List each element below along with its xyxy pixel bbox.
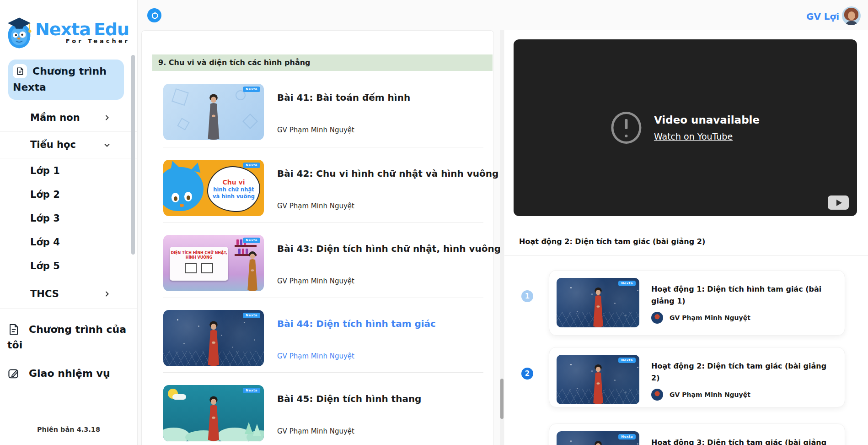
divider [163, 372, 483, 373]
divider [0, 158, 137, 158]
divider [0, 131, 137, 132]
lesson-title: Bài 43: Diện tích hình chữ nhật, hình vu… [277, 243, 501, 254]
sidebar-item-mam-non[interactable]: Mầm non [30, 112, 80, 123]
lesson-list-scrollbar-thumb[interactable] [500, 379, 504, 419]
refresh-icon [150, 11, 159, 20]
document-icon [13, 64, 27, 78]
edit-icon [7, 367, 20, 380]
bubble-line: Chu vi [222, 179, 245, 186]
speech-bubble: Chu vi hình chữ nhật và hình vuông [207, 166, 260, 212]
teacher-figure [588, 286, 609, 327]
badge-number: 1 [525, 292, 530, 300]
nexta-watermark-badge: Nexta [243, 388, 260, 393]
lesson-item-bai-43[interactable]: DIỆN TÍCH HÌNH CHỮ NHẬT, HÌNH VUÔNG [142, 235, 493, 304]
nexta-watermark-badge: Nexta [243, 313, 260, 318]
activity-thumbnail: Nexta [557, 278, 639, 327]
board-text: DIỆN TÍCH HÌNH CHỮ NHẬT, [170, 251, 228, 255]
board-text: HÌNH VUÔNG [170, 255, 228, 260]
stars-decoration [570, 287, 572, 288]
user-avatar[interactable] [842, 6, 861, 25]
bubble-line: và hình vuông [213, 193, 255, 200]
whiteboard: DIỆN TÍCH HÌNH CHỮ NHẬT, HÌNH VUÔNG [170, 247, 228, 281]
activity-title: Hoạt động 3: Diện tích tam giác (bài giả… [651, 437, 837, 445]
sidebar-item-label: THCS [30, 288, 59, 299]
current-activity-caption: Hoạt động 2: Diện tích tam giác (bài giả… [519, 237, 705, 246]
lesson-thumbnail: DIỆN TÍCH HÌNH CHỮ NHẬT, HÌNH VUÔNG [163, 235, 264, 291]
lesson-item-bai-44[interactable]: Nexta Bài 44: Diện tích hình tam giác GV… [142, 310, 493, 379]
sidebar-item-label: Chương trình của tôi [7, 324, 126, 351]
chevron-right-icon [103, 114, 111, 121]
lesson-item-bai-45[interactable]: Nexta Bài 45: Diện tích hình thang GV Ph… [142, 385, 493, 445]
lesson-item-bai-41[interactable]: Nexta Bài 41: Bài toán đếm hình GV Phạm … [142, 84, 493, 152]
app-version: Phiên bản 4.3.18 [0, 426, 137, 433]
teacher-figure [588, 440, 609, 445]
sidebar-item-giao-nhiem-vu[interactable]: Giao nhiệm vụ [0, 366, 131, 381]
teacher-figure [202, 395, 225, 441]
activity-title: Hoạt động 1: Diện tích hình tam giác (bà… [651, 283, 837, 307]
cat-character [163, 167, 204, 211]
nexta-watermark-badge: Nexta [243, 87, 260, 92]
lesson-item-bai-42[interactable]: Chu vi hình chữ nhật và hình vuông Nexta… [142, 160, 493, 228]
sidebar-item-lop-4[interactable]: Lớp 4 [30, 237, 60, 248]
app-logo: NextaEdu [35, 19, 129, 39]
sidebar-item-label: Lớp 5 [30, 260, 60, 271]
stars-decoration [177, 319, 178, 320]
lesson-teacher: GV Phạm Minh Nguyệt [277, 352, 354, 360]
sidebar-item-lop-5[interactable]: Lớp 5 [30, 260, 60, 271]
chevron-right-icon [103, 290, 111, 298]
video-player: Video unavailable Watch on YouTube [514, 39, 857, 216]
lesson-thumbnail: Nexta [163, 385, 264, 441]
activity-card-2[interactable]: Nexta Hoạt động 2: Diện tích tam giác (b… [549, 347, 845, 407]
sidebar-item-label: Mầm non [30, 112, 80, 123]
teacher-figure [202, 320, 225, 366]
geometry-decoration [177, 118, 189, 130]
cloud-decoration [172, 394, 186, 400]
sidebar-item-chuong-trinh-nexta[interactable]: Chương trình Nexta [8, 60, 124, 100]
user-name[interactable]: GV Lợi [806, 11, 839, 22]
nexta-watermark-badge: Nexta [243, 163, 260, 168]
pine-tree-decoration [245, 422, 253, 434]
logo-tagline: For Teacher [0, 38, 130, 44]
badge-number: 2 [525, 369, 530, 378]
sidebar-item-tieu-hoc[interactable]: Tiểu học [30, 139, 76, 150]
divider [504, 255, 868, 256]
refresh-button[interactable] [147, 8, 161, 22]
activity-title: Hoạt động 2: Diện tích tam giác (bài giả… [651, 360, 837, 384]
youtube-play-button[interactable] [828, 195, 849, 210]
activity-card-3[interactable]: Nexta Hoạt động 3: Diện tích tam giác (b… [549, 423, 845, 445]
pine-tree-decoration [253, 424, 261, 436]
watch-on-youtube-link[interactable]: Watch on YouTube [654, 131, 733, 141]
sidebar-item-thcs[interactable]: THCS [30, 288, 59, 299]
divider [163, 147, 483, 147]
teacher-avatar [651, 312, 663, 324]
divider [163, 222, 483, 223]
logo-primary: Nexta [35, 19, 91, 39]
lesson-title: Bài 41: Bài toán đếm hình [277, 92, 410, 103]
activity-panel: Video unavailable Watch on YouTube Hoạt … [504, 30, 868, 445]
sidebar-item-lop-1[interactable]: Lớp 1 [30, 165, 60, 176]
activity-thumbnail: Nexta [557, 355, 639, 404]
sidebar-item-label: Tiểu học [30, 139, 76, 150]
stars-decoration [570, 364, 572, 365]
lesson-teacher: GV Phạm Minh Nguyệt [277, 427, 354, 435]
lesson-thumbnail: Nexta [163, 310, 264, 366]
nexta-watermark-badge: Nexta [243, 238, 260, 243]
sidebar-item-lop-2[interactable]: Lớp 2 [30, 189, 60, 200]
teacher-figure [242, 250, 263, 291]
sidebar-scrollbar-thumb[interactable] [131, 55, 135, 255]
video-status-title: Video unavailable [654, 114, 760, 126]
alert-circle-icon [611, 112, 641, 144]
lesson-thumbnail: Chu vi hình chữ nhật và hình vuông Nexta [163, 160, 264, 216]
geometry-decoration [171, 88, 189, 106]
teacher-avatar [651, 389, 663, 401]
sidebar-item-lop-3[interactable]: Lớp 3 [30, 213, 60, 224]
activity-teacher: GV Phạm Minh Nguyệt [670, 314, 750, 321]
teacher-figure [588, 363, 609, 404]
sidebar-item-label: Lớp 4 [30, 237, 60, 248]
logo-secondary: Edu [94, 19, 129, 39]
video-unavailable-message: Video unavailable Watch on YouTube [611, 112, 760, 144]
activity-card-1[interactable]: Nexta Hoạt động 1: Diện tích hình tam gi… [549, 270, 845, 336]
chevron-down-icon [103, 141, 111, 149]
sidebar-item-chuong-trinh-cua-toi[interactable]: Chương trình của tôi [0, 322, 131, 353]
nexta-watermark-badge: Nexta [618, 434, 636, 440]
